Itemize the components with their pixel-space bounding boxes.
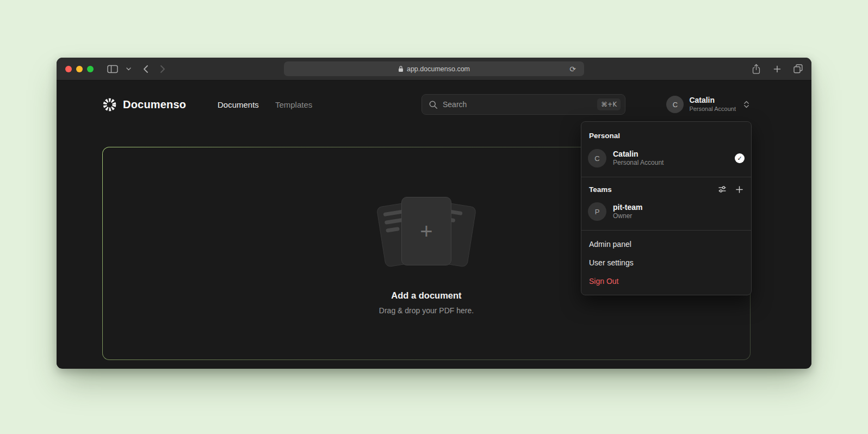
manage-teams-button[interactable] xyxy=(718,185,727,194)
personal-section-label: Personal xyxy=(581,126,751,144)
avatar: P xyxy=(588,202,606,221)
personal-account-subtitle: Personal Account xyxy=(613,159,664,168)
tabs-icon xyxy=(793,64,803,73)
account-menu-button[interactable]: C Catalin Personal Account xyxy=(666,94,749,115)
nav-templates[interactable]: Templates xyxy=(275,100,312,109)
browser-toolbar: app.documenso.com ⟳ xyxy=(57,58,811,80)
avatar: C xyxy=(588,149,606,168)
sidebar-icon xyxy=(107,65,118,73)
tab-overview-button[interactable] xyxy=(793,64,803,73)
personal-account-name: Catalin xyxy=(613,149,664,159)
chevron-right-icon xyxy=(160,65,166,73)
account-dropdown-menu: Personal C Catalin Personal Account ✓ Te… xyxy=(581,121,752,295)
avatar: C xyxy=(666,96,684,113)
document-card-center: + xyxy=(401,197,451,265)
documenso-app: Documenso Documents Templates Search ⌘+K… xyxy=(57,80,811,368)
dropzone-title: Add a document xyxy=(391,290,461,301)
back-button[interactable] xyxy=(142,65,148,73)
browser-window: app.documenso.com ⟳ xyxy=(57,58,811,369)
main-nav: Documents Templates xyxy=(218,94,312,115)
documents-illustration: + xyxy=(367,193,486,274)
refresh-button[interactable]: ⟳ xyxy=(566,65,579,73)
documenso-logo-icon xyxy=(102,97,117,112)
minimize-window-button[interactable] xyxy=(76,66,83,72)
lock-icon xyxy=(398,65,404,72)
menu-divider xyxy=(581,177,751,177)
menu-item-team-pit-team[interactable]: P pit-team Owner xyxy=(581,197,751,226)
zoom-window-button[interactable] xyxy=(87,66,94,72)
share-icon xyxy=(752,64,761,75)
search-icon xyxy=(429,100,438,109)
team-name: pit-team xyxy=(613,202,642,212)
address-bar[interactable]: app.documenso.com ⟳ xyxy=(284,61,584,76)
menu-divider xyxy=(581,230,751,231)
search-shortcut-badge: ⌘+K xyxy=(597,98,621,110)
nav-documents[interactable]: Documents xyxy=(218,100,259,109)
account-text: Catalin Personal Account xyxy=(689,96,736,113)
add-plus-icon: + xyxy=(420,220,432,242)
sidebar-chevron-down-icon[interactable] xyxy=(126,67,131,71)
teams-section-label: Teams xyxy=(589,185,612,194)
selected-check-icon: ✓ xyxy=(735,153,745,163)
teams-section-header: Teams xyxy=(581,182,751,197)
forward-button[interactable] xyxy=(160,65,166,73)
chevron-left-icon xyxy=(142,65,148,73)
dropzone-subtitle: Drag & drop your PDF here. xyxy=(379,306,474,315)
toolbar-right-group xyxy=(752,64,803,75)
chevron-updown-icon xyxy=(743,100,749,109)
menu-item-personal-account[interactable]: C Catalin Personal Account ✓ xyxy=(581,144,751,172)
traffic-lights xyxy=(65,66,94,72)
menu-item-sign-out[interactable]: Sign Out xyxy=(581,272,751,290)
address-url: app.documenso.com xyxy=(407,65,470,73)
brand-name: Documenso xyxy=(123,98,186,111)
plus-icon xyxy=(773,65,782,73)
create-team-button[interactable] xyxy=(735,185,743,194)
brand[interactable]: Documenso xyxy=(102,94,186,115)
sliders-icon xyxy=(718,185,727,194)
team-role: Owner xyxy=(613,212,642,221)
share-button[interactable] xyxy=(752,64,761,75)
new-tab-button[interactable] xyxy=(773,65,782,73)
menu-item-user-settings[interactable]: User settings xyxy=(581,253,751,272)
plus-icon xyxy=(735,185,743,194)
account-subtitle: Personal Account xyxy=(689,106,736,113)
search-placeholder: Search xyxy=(443,100,467,109)
toolbar-left-group xyxy=(65,65,166,73)
desktop: { "browser": { "url": "app.documenso.com… xyxy=(0,0,868,434)
menu-item-admin-panel[interactable]: Admin panel xyxy=(581,235,751,253)
sidebar-toggle-button[interactable] xyxy=(107,65,118,73)
search-input[interactable]: Search ⌘+K xyxy=(421,94,625,115)
app-header: Documenso Documents Templates Search ⌘+K… xyxy=(102,94,766,115)
close-window-button[interactable] xyxy=(65,66,72,72)
account-name: Catalin xyxy=(689,96,736,106)
